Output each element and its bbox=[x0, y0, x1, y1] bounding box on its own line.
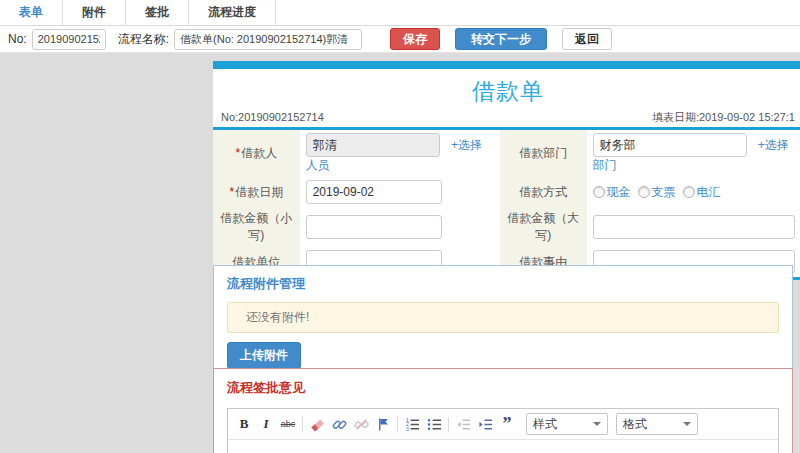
tab-bar: 表单 附件 签批 流程进度 bbox=[0, 0, 800, 26]
no-label: No: bbox=[8, 32, 27, 46]
loan-date-label: 借款日期 bbox=[235, 185, 283, 199]
form-no-text: No:20190902152714 bbox=[221, 111, 324, 123]
blockquote-icon[interactable]: ” bbox=[496, 415, 518, 434]
amount-upper-input[interactable] bbox=[593, 215, 795, 239]
method-label-cell: 借款方式 bbox=[500, 177, 587, 207]
radio-option-cheque-label: 支票 bbox=[652, 184, 676, 201]
form-meta-row: No:20190902152714 填表日期:2019-09-02 15:27:… bbox=[213, 111, 800, 127]
borrower-label-cell: *借款人 bbox=[213, 130, 300, 177]
content-area: 借款单 No:20190902152714 填表日期:2019-09-02 15… bbox=[0, 53, 800, 453]
tab-progress-label: 流程进度 bbox=[208, 4, 256, 21]
outdent-icon[interactable] bbox=[452, 415, 474, 434]
flow-name-input[interactable] bbox=[174, 29, 362, 50]
tab-approval-label: 签批 bbox=[145, 4, 169, 21]
borrower-label: 借款人 bbox=[241, 146, 277, 160]
attachments-panel: 流程附件管理 还没有附件! 上传附件 bbox=[213, 265, 793, 379]
radio-option-cash-label: 现金 bbox=[607, 184, 631, 201]
form-date-text: 填表日期:2019-09-02 15:27:1 bbox=[652, 111, 795, 123]
anchor-flag-icon[interactable] bbox=[372, 415, 394, 434]
unordered-list-icon[interactable] bbox=[423, 415, 445, 434]
upload-attachment-button[interactable]: 上传附件 bbox=[227, 342, 301, 369]
chevron-down-icon bbox=[593, 422, 601, 426]
format-dropdown-label: 格式 bbox=[623, 416, 647, 433]
loan-date-label-cell: *借款日期 bbox=[213, 177, 300, 207]
styles-dropdown[interactable]: 样式 bbox=[526, 413, 608, 435]
radio-option-cash[interactable]: 现金 bbox=[593, 184, 631, 201]
approval-panel: 流程签批意见 B I abc bbox=[213, 368, 793, 453]
chevron-down-icon bbox=[683, 422, 691, 426]
form-title: 借款单 bbox=[213, 69, 800, 111]
radio-icon[interactable] bbox=[593, 186, 605, 198]
tab-attachments-label: 附件 bbox=[82, 4, 106, 21]
table-row: *借款人 +选择人员 借款部门 +选择部门 bbox=[213, 130, 800, 177]
remove-format-icon[interactable] bbox=[306, 415, 328, 434]
amount-upper-label: 借款金额（大写) bbox=[507, 211, 579, 242]
department-label-cell: 借款部门 bbox=[500, 130, 587, 177]
back-button[interactable]: 返回 bbox=[562, 28, 612, 50]
amount-lower-input[interactable] bbox=[306, 215, 442, 239]
editor-toolbar: B I abc 123 bbox=[228, 409, 778, 440]
loan-date-input[interactable] bbox=[306, 180, 442, 204]
format-dropdown[interactable]: 格式 bbox=[616, 413, 698, 435]
payment-method-radio-group: 现金 支票 电汇 bbox=[593, 184, 797, 201]
loan-date-field-cell bbox=[300, 177, 500, 207]
radio-option-wire[interactable]: 电汇 bbox=[683, 184, 721, 201]
amount-lower-field-cell bbox=[300, 207, 500, 247]
amount-lower-label: 借款金额（小写) bbox=[220, 211, 292, 242]
bold-icon[interactable]: B bbox=[233, 415, 255, 434]
styles-dropdown-label: 样式 bbox=[533, 416, 557, 433]
table-row: *借款日期 借款方式 现金 支票 电汇 bbox=[213, 177, 800, 207]
required-mark: * bbox=[235, 146, 240, 160]
no-attachments-message: 还没有附件! bbox=[227, 302, 779, 333]
command-bar: No: 流程名称: 保存 转交下一步 返回 bbox=[0, 26, 800, 53]
toolbar-separator bbox=[397, 417, 398, 432]
italic-icon[interactable]: I bbox=[255, 415, 277, 434]
tab-approval[interactable]: 签批 bbox=[126, 0, 189, 25]
form-top-bar bbox=[213, 61, 800, 69]
svg-text:3: 3 bbox=[405, 425, 408, 431]
tab-form-label: 表单 bbox=[19, 4, 43, 21]
editor-body[interactable] bbox=[228, 440, 778, 453]
amount-upper-label-cell: 借款金额（大写) bbox=[500, 207, 587, 247]
loan-form-table: *借款人 +选择人员 借款部门 +选择部门 *借款日期 借款方式 bbox=[213, 130, 800, 277]
tab-progress[interactable]: 流程进度 bbox=[189, 0, 276, 25]
required-mark: * bbox=[229, 185, 234, 199]
indent-icon[interactable] bbox=[474, 415, 496, 434]
save-button[interactable]: 保存 bbox=[390, 28, 440, 50]
radio-icon[interactable] bbox=[638, 186, 650, 198]
tab-form[interactable]: 表单 bbox=[0, 0, 63, 25]
no-input[interactable] bbox=[32, 29, 106, 50]
amount-upper-field-cell bbox=[587, 207, 800, 247]
ordered-list-icon[interactable]: 123 bbox=[401, 415, 423, 434]
link-icon[interactable] bbox=[328, 415, 350, 434]
method-label: 借款方式 bbox=[519, 185, 567, 199]
department-field-cell: +选择部门 bbox=[587, 130, 800, 177]
tab-attachments[interactable]: 附件 bbox=[63, 0, 126, 25]
loan-form-panel: 借款单 No:20190902152714 填表日期:2019-09-02 15… bbox=[213, 61, 800, 280]
radio-icon[interactable] bbox=[683, 186, 695, 198]
toolbar-separator bbox=[302, 417, 303, 432]
approval-title: 流程签批意见 bbox=[227, 379, 779, 397]
department-input[interactable] bbox=[593, 133, 747, 157]
method-field-cell: 现金 支票 电汇 bbox=[587, 177, 800, 207]
borrower-input[interactable] bbox=[306, 133, 440, 157]
strikethrough-icon[interactable]: abc bbox=[277, 415, 299, 434]
unlink-icon[interactable] bbox=[350, 415, 372, 434]
rich-text-editor: B I abc 123 bbox=[227, 408, 779, 453]
radio-option-cheque[interactable]: 支票 bbox=[638, 184, 676, 201]
flow-name-label: 流程名称: bbox=[118, 31, 169, 48]
radio-option-wire-label: 电汇 bbox=[697, 184, 721, 201]
table-row: 借款金额（小写) 借款金额（大写) bbox=[213, 207, 800, 247]
forward-next-step-button[interactable]: 转交下一步 bbox=[455, 28, 547, 50]
attachments-title: 流程附件管理 bbox=[227, 275, 779, 293]
amount-lower-label-cell: 借款金额（小写) bbox=[213, 207, 300, 247]
borrower-field-cell: +选择人员 bbox=[300, 130, 500, 177]
toolbar-separator bbox=[448, 417, 449, 432]
department-label: 借款部门 bbox=[519, 146, 567, 160]
